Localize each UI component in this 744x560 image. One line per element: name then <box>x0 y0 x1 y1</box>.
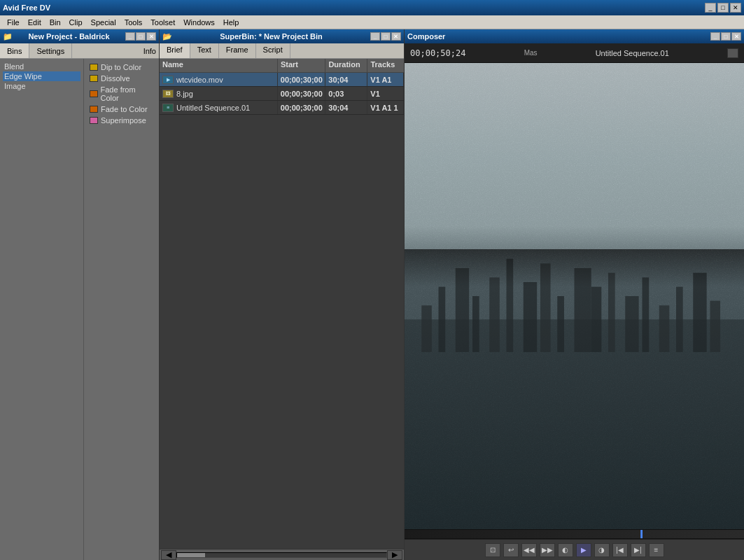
ctrl-go-end[interactable]: ▶| <box>631 543 646 557</box>
tab-brief[interactable]: Brief <box>160 43 190 58</box>
ctrl-play[interactable]: ▶ <box>576 543 591 557</box>
svg-rect-5 <box>472 296 479 352</box>
menu-edit[interactable]: Edit <box>24 17 45 28</box>
svg-rect-19 <box>710 301 721 352</box>
ctrl-menu[interactable]: ≡ <box>649 543 664 557</box>
file-name-jpg: 🖼 8.jpg <box>160 87 278 100</box>
ctrl-mark-in[interactable]: ◐ <box>558 543 573 557</box>
dissolve-fade-from-color[interactable]: Fade from Color <box>87 84 156 104</box>
ctrl-loop[interactable]: ↩ <box>503 543 519 557</box>
composer-maximize[interactable]: □ <box>721 32 731 41</box>
dissolve-dip-to-color[interactable]: Dip to Color <box>87 62 156 73</box>
project-title-bar: 📁 New Project - Baldrick _ □ ✕ <box>0 29 159 43</box>
file-row-jpg[interactable]: 🖼 8.jpg 00;00;30;00 0;03 V1 <box>160 87 404 101</box>
dissolve-superimpose[interactable]: Superimpose <box>87 115 156 126</box>
superbin-panel: 📂 SuperBin: * New Project Bin _ □ ✕ Brie… <box>160 29 405 560</box>
maximize-button[interactable]: □ <box>717 3 729 13</box>
composer-title-bar: Composer _ □ ✕ <box>405 29 744 43</box>
menu-tools[interactable]: Tools <box>120 17 147 28</box>
file-row-sequence[interactable]: ≡ Untitled Sequence.01 00;00;30;00 30;04… <box>160 101 404 115</box>
file-dur-jpg: 0;03 <box>325 87 367 100</box>
menu-windows[interactable]: Windows <box>179 17 219 28</box>
info-tab[interactable]: Info <box>143 47 156 55</box>
scrollbar-track[interactable] <box>176 552 387 558</box>
scroll-right[interactable]: ▶ <box>387 550 402 560</box>
file-start-wtcvideo: 00;00;30;00 <box>278 73 325 86</box>
composer-title-text: Composer <box>407 32 445 41</box>
video-icon: ▶ <box>162 76 174 84</box>
superbin-scrollbar[interactable]: ◀ ▶ <box>160 549 404 560</box>
superbin-tabs: Brief Text Frame Script <box>160 43 404 59</box>
composer-timecode: 00;00;50;24 <box>410 48 465 58</box>
app-title-bar: Avid Free DV _ □ ✕ <box>0 0 744 15</box>
ctrl-go-start[interactable]: |◀ <box>612 543 628 557</box>
superimpose-color-icon <box>90 117 98 124</box>
close-button[interactable]: ✕ <box>730 3 741 13</box>
svg-rect-9 <box>540 263 551 352</box>
file-tracks-seq: V1 A1 1 <box>367 101 404 114</box>
composer-panel: Composer _ □ ✕ 00;00;50;24 Mas Untitled … <box>405 29 744 560</box>
menu-bin[interactable]: Bin <box>45 17 65 28</box>
project-minimize[interactable]: _ <box>125 32 135 41</box>
superbin-icon: 📂 <box>162 32 172 41</box>
menu-clip[interactable]: Clip <box>65 17 87 28</box>
bins-item-blend[interactable]: Blend <box>3 62 80 71</box>
tab-settings[interactable]: Settings <box>29 43 72 58</box>
project-tabs: Bins Settings Info <box>0 43 159 59</box>
file-dur-wtcvideo: 30;04 <box>325 73 367 86</box>
tab-frame[interactable]: Frame <box>219 43 256 58</box>
project-maximize[interactable]: □ <box>136 32 146 41</box>
composer-header: 00;00;50;24 Mas Untitled Sequence.01 <box>405 43 744 63</box>
bins-item-edgewipe[interactable]: Edge Wipe <box>3 71 80 81</box>
superbin-close[interactable]: ✕ <box>391 32 401 41</box>
composer-sequence: Untitled Sequence.01 <box>596 49 669 57</box>
timebar-cursor <box>640 530 643 538</box>
superbin-minimize[interactable]: _ <box>370 32 380 41</box>
ctrl-mark-out[interactable]: ◑ <box>594 543 610 557</box>
scrollbar-thumb[interactable] <box>177 553 205 557</box>
svg-rect-8 <box>524 282 537 352</box>
dissolve-fade-to-color[interactable]: Fade to Color <box>87 104 156 115</box>
app-title: Avid Free DV <box>3 4 50 12</box>
svg-rect-15 <box>643 277 650 352</box>
bins-item-image[interactable]: Image <box>3 81 80 91</box>
tab-script[interactable]: Script <box>256 43 290 58</box>
video-overlay <box>405 63 744 529</box>
composer-minimize[interactable]: _ <box>710 32 720 41</box>
file-list: Name Start Duration Tracks ▶ wtcvideo.mo… <box>160 59 404 304</box>
project-content: Blend Edge Wipe Image Dip to Color Disso… <box>0 59 159 560</box>
svg-rect-7 <box>507 259 514 352</box>
tab-bins[interactable]: Bins <box>0 43 29 58</box>
bins-list: Blend Edge Wipe Image <box>0 59 84 560</box>
menu-toolset[interactable]: Toolset <box>146 17 179 28</box>
minimize-button[interactable]: _ <box>705 3 716 13</box>
dissolve-dissolve[interactable]: Dissolve <box>87 73 156 84</box>
svg-rect-12 <box>591 287 602 352</box>
superbin-maximize[interactable]: □ <box>381 32 391 41</box>
ctrl-step-back[interactable]: ⊡ <box>485 543 500 557</box>
composer-btn-extra[interactable] <box>727 48 738 58</box>
dissolve-list: Dip to Color Dissolve Fade from Color Fa… <box>84 59 159 560</box>
menu-help[interactable]: Help <box>219 17 244 28</box>
image-icon: 🖼 <box>162 90 174 98</box>
svg-rect-4 <box>456 268 469 352</box>
file-row-wtcvideo[interactable]: ▶ wtcvideo.mov 00;00;30;00 30;04 V1 A1 <box>160 73 404 87</box>
col-start: Start <box>278 59 325 72</box>
ctrl-step-fwd[interactable]: ▶▶ <box>540 543 555 557</box>
menu-file[interactable]: File <box>3 17 24 28</box>
project-panel: 📁 New Project - Baldrick _ □ ✕ Bins Sett… <box>0 29 160 560</box>
file-name-wtcvideo: ▶ wtcvideo.mov <box>160 73 278 86</box>
composer-timebar[interactable] <box>405 529 744 539</box>
svg-rect-6 <box>489 277 500 352</box>
menu-special[interactable]: Special <box>87 17 120 28</box>
file-dur-seq: 30;04 <box>325 101 367 114</box>
composer-close[interactable]: ✕ <box>731 32 741 41</box>
ctrl-prev-frame[interactable]: ◀◀ <box>521 543 537 557</box>
project-close[interactable]: ✕ <box>146 32 156 41</box>
video-preview <box>405 63 744 529</box>
file-list-header: Name Start Duration Tracks <box>160 59 404 73</box>
superbin-title-bar: 📂 SuperBin: * New Project Bin _ □ ✕ <box>160 29 404 43</box>
col-tracks: Tracks <box>367 59 404 72</box>
tab-text[interactable]: Text <box>190 43 219 58</box>
scroll-left[interactable]: ◀ <box>161 550 176 560</box>
